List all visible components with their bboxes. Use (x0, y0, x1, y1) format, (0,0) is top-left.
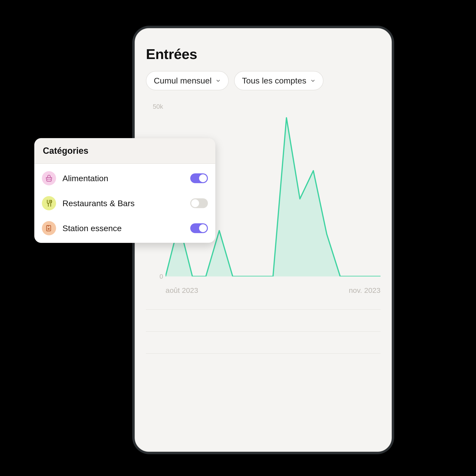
y-tick: 50k (146, 103, 163, 110)
accounts-dropdown-label: Tous les comptes (242, 76, 306, 85)
category-toggle[interactable] (190, 223, 208, 233)
accounts-dropdown[interactable]: Tous les comptes (234, 71, 323, 90)
category-toggle[interactable] (190, 173, 208, 183)
category-label: Alimentation (62, 174, 184, 183)
x-tick-end: nov. 2023 (349, 286, 380, 295)
categories-card: Catégories AlimentationRestaurants & Bar… (34, 138, 216, 243)
filter-row: Cumul mensuel Tous les comptes (146, 71, 380, 90)
y-tick: 0 (146, 273, 163, 280)
period-dropdown-label: Cumul mensuel (154, 76, 212, 85)
chevron-down-icon (310, 78, 316, 84)
category-toggle[interactable] (190, 198, 208, 208)
page-title: Entrées (146, 46, 380, 62)
category-item: Alimentation (34, 166, 215, 191)
fuel-icon (42, 221, 56, 235)
basket-icon (42, 171, 56, 185)
x-tick-start: août 2023 (166, 286, 198, 295)
category-item: Station essence (34, 216, 215, 241)
categories-title: Catégories (43, 146, 207, 156)
list-placeholder (146, 309, 380, 375)
utensils-icon (42, 196, 56, 210)
category-label: Station essence (62, 223, 184, 233)
category-label: Restaurants & Bars (62, 199, 184, 208)
category-item: Restaurants & Bars (34, 191, 215, 216)
categories-header: Catégories (34, 138, 215, 164)
chart-x-axis: août 2023 nov. 2023 (146, 286, 380, 295)
categories-list: AlimentationRestaurants & BarsStation es… (34, 164, 215, 243)
chevron-down-icon (216, 78, 221, 84)
period-dropdown[interactable]: Cumul mensuel (146, 71, 229, 90)
